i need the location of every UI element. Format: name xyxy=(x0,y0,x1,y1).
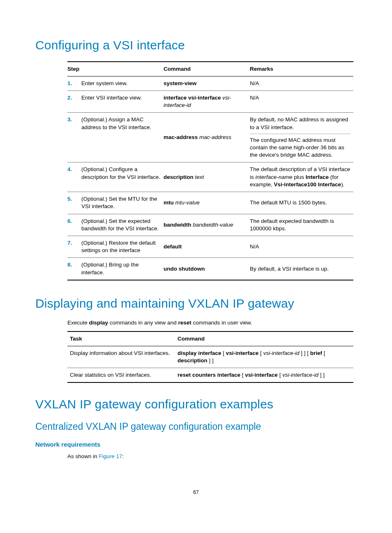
remarks-text: By default, a VSI interface is up. xyxy=(250,258,353,280)
cmd-bold: default xyxy=(164,243,182,250)
heading-display-maintain: Displaying and maintaining VXLAN IP gate… xyxy=(35,295,357,312)
remarks-text: plus xyxy=(293,174,306,180)
step-text: (Optional.) Set the expected bandwidth f… xyxy=(81,214,164,236)
table-row: 6. (Optional.) Set the expected bandwidt… xyxy=(67,214,353,236)
table-row: 4. (Optional.) Configure a description f… xyxy=(67,162,353,192)
heading-examples: VXLAN IP gateway configuration examples xyxy=(35,396,357,413)
step-text: (Optional.) Set the MTU for the VSI inte… xyxy=(81,192,164,214)
step-text: (Optional.) Configure a description for … xyxy=(81,162,164,192)
heading-config-vsi: Configuring a VSI interface xyxy=(35,37,357,54)
remarks-bold: Vsi-interface100 Interface xyxy=(274,181,341,188)
vsi-config-table: Step Command Remarks 1. Enter system vie… xyxy=(67,61,353,280)
table-row: 1. Enter system view. system-view N/A xyxy=(67,76,353,90)
step-num: 7. xyxy=(67,239,79,247)
th-remarks: Remarks xyxy=(250,62,353,76)
step-num: 8. xyxy=(67,261,79,269)
display-maintain-table: Task Command Display information about V… xyxy=(67,331,353,383)
remarks-text: N/A xyxy=(250,90,353,112)
step-num: 6. xyxy=(67,218,79,225)
command-text: display interface [ vsi-interface [ vsi-… xyxy=(175,346,353,368)
step-num: 3. xyxy=(67,116,79,123)
cmd-italic: bandwidth-value xyxy=(191,222,233,228)
step-num: 5. xyxy=(67,195,79,203)
remarks-text: The default MTU is 1500 bytes. xyxy=(250,192,353,214)
cmd-italic: mtu-value xyxy=(174,199,200,206)
cmd-bold: interface vsi-interface xyxy=(164,95,221,101)
step-num: 1. xyxy=(67,80,79,87)
remarks-text: N/A xyxy=(250,76,353,90)
table-row: Clear statistics on VSI interfaces. rese… xyxy=(67,368,353,383)
cmd-bold: bandwidth xyxy=(164,222,191,228)
table-row: Display information about VSI interfaces… xyxy=(67,346,353,368)
cmd-bold: mac-address xyxy=(164,134,198,140)
remarks-text: By default, no MAC address is assigned t… xyxy=(250,116,351,131)
table-row: 5. (Optional.) Set the MTU for the VSI i… xyxy=(67,192,353,214)
cmd-italic: mac-address xyxy=(198,134,231,140)
page-number: 67 xyxy=(35,489,357,496)
remarks-text: The default expected bandwidth is 100000… xyxy=(250,214,353,236)
task-text: Clear statistics on VSI interfaces. xyxy=(67,368,175,383)
step-num: 4. xyxy=(67,166,79,173)
table-row: 2. Enter VSI interface view. interface v… xyxy=(67,90,353,112)
remarks-italic: interface-name xyxy=(256,174,293,180)
heading-network-req: Network requirements xyxy=(35,440,357,449)
table-row: 7. (Optional.) Restore the default setti… xyxy=(67,236,353,258)
command-text: reset counters interface [ vsi-interface… xyxy=(175,368,353,383)
para-figure-ref: As shown in Figure 17: xyxy=(67,453,353,460)
para-execute: Execute display commands in any view and… xyxy=(67,319,353,327)
cmd-bold: description xyxy=(164,174,194,180)
cmd-bold: undo shutdown xyxy=(164,266,205,272)
step-num: 2. xyxy=(67,94,79,102)
step-text: (Optional.) Assign a MAC address to the … xyxy=(81,113,164,162)
table-row: 8. (Optional.) Bring up the interface. u… xyxy=(67,258,353,280)
step-text: (Optional.) Restore the default settings… xyxy=(81,236,164,258)
th-command: Command xyxy=(175,331,353,346)
task-text: Display information about VSI interfaces… xyxy=(67,346,175,368)
step-text: (Optional.) Bring up the interface. xyxy=(81,258,164,280)
th-task: Task xyxy=(67,331,175,346)
remarks-text: N/A xyxy=(250,236,353,258)
heading-centralized: Centralized VXLAN IP gateway configurati… xyxy=(35,420,357,433)
remarks-text: ). xyxy=(341,181,344,188)
step-text: Enter VSI interface view. xyxy=(81,90,164,112)
th-command: Command xyxy=(164,62,250,76)
figure-link[interactable]: Figure 17 xyxy=(99,453,122,459)
cmd-bold: mtu xyxy=(164,199,174,206)
table-row: 3. (Optional.) Assign a MAC address to t… xyxy=(67,113,353,162)
th-step: Step xyxy=(67,62,164,76)
remarks-bold: Interface xyxy=(306,174,329,180)
cmd-bold: system-view xyxy=(164,80,196,86)
remarks-text: The configured MAC address must contain … xyxy=(250,134,351,159)
cmd-italic: text xyxy=(194,174,204,180)
step-text: Enter system view. xyxy=(81,76,164,90)
